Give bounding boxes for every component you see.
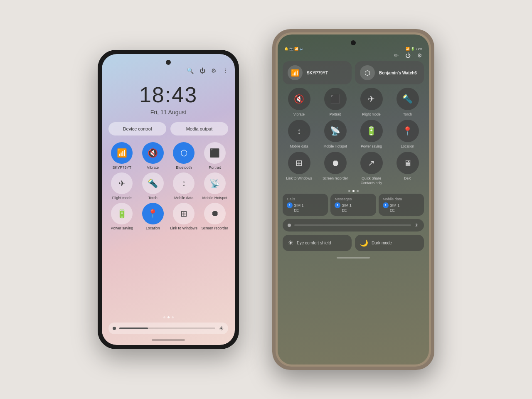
page-dot-3 — [172, 316, 174, 318]
p2-tile-flight[interactable]: ✈ Flight mode — [355, 88, 388, 116]
sim-messages-title: Messages — [335, 197, 372, 201]
wifi-ssid: SKYP79YT — [307, 71, 328, 75]
sim-mobile-data-text: SIM 1 — [390, 203, 400, 207]
brightness-dot — [113, 327, 116, 330]
location-icon: 📍 — [397, 120, 419, 142]
p2-tile-torch-label: Torch — [403, 112, 412, 116]
phone1-tiles-grid: 📶 SKYP79YT 🔇 Vibrate ⬡ Bluetooth ⬛ Portr… — [102, 139, 235, 234]
tile-power-saving[interactable]: 🔋 Power saving — [108, 203, 136, 231]
p2-brightness-bar[interactable]: ☀ — [283, 219, 424, 232]
wifi-icon: 📶 — [111, 142, 133, 164]
eye-comfort-tile[interactable]: ☀ Eye comfort shield — [283, 235, 352, 251]
bluetooth-device: Benjamin's Watch6 — [379, 71, 417, 75]
phone2-status-left: 🔔 📷 📶 🔉 — [284, 47, 304, 51]
phone2-sim-section: Calls 1 SIM 1 EE Messages 1 SIM 1 EE — [278, 194, 429, 219]
brightness-bar[interactable]: ☀ — [108, 323, 228, 334]
phone2-frame: 🔔 📷 📶 🔉 📶 🔋 71% ✏ ⏻ ⚙ 📶 SKYP79YT — [276, 32, 431, 367]
tile-flight[interactable]: ✈ Flight mode — [108, 172, 136, 200]
big-tile-wifi[interactable]: 📶 SKYP79YT — [283, 61, 352, 84]
mobile-data-icon: ↕ — [173, 172, 195, 194]
portrait-icon: ⬛ — [324, 88, 347, 110]
sim-calls-text: SIM 1 — [294, 203, 304, 207]
tile-portrait[interactable]: ⬛ Portrait — [201, 142, 229, 170]
sim-messages[interactable]: Messages 1 SIM 1 EE — [330, 194, 376, 216]
p2-tile-quick-share[interactable]: ↗ Quick Share Contacts only — [355, 152, 388, 185]
p2-tile-portrait[interactable]: ⬛ Portrait — [319, 88, 352, 116]
edit-icon[interactable]: ✏ — [394, 52, 399, 59]
power-icon: ⏻ — [200, 67, 205, 74]
dark-mode-label: Dark mode — [372, 241, 392, 245]
sim-mobile-data[interactable]: Mobile data 1 SIM 1 EE — [379, 194, 424, 216]
sim-calls-badge: 1 — [287, 202, 293, 208]
tile-hotspot[interactable]: 📡 Mobile Hotspot — [201, 172, 229, 200]
phone2-toolbar: ✏ ⏻ ⚙ — [278, 51, 429, 61]
p2-dot-3 — [357, 190, 359, 192]
torch-icon: 🔦 — [142, 172, 164, 194]
p2-page-dots — [278, 188, 429, 194]
p2-tile-vibrate[interactable]: 🔇 Vibrate — [283, 88, 315, 116]
sim-calls[interactable]: Calls 1 SIM 1 EE — [283, 194, 328, 216]
sim-messages-carrier: EE — [335, 208, 372, 212]
quick-share-icon: ↗ — [360, 152, 383, 174]
tile-vibrate[interactable]: 🔇 Vibrate — [139, 142, 167, 170]
settings-icon[interactable]: ⚙ — [417, 52, 422, 59]
tile-hotspot-label: Mobile Hotspot — [202, 196, 227, 200]
tile-torch-label: Torch — [148, 196, 158, 200]
brightness-fill — [119, 328, 148, 329]
wifi-text: SKYP79YT — [307, 71, 328, 75]
phone1-date: Fri, 11 August — [102, 109, 235, 116]
tile-screen-recorder-label: Screen recorder — [201, 226, 228, 231]
screen-recorder-icon: ⏺ — [204, 203, 226, 224]
p2-tile-hotspot[interactable]: 📡 Mobile Hotspot — [319, 120, 352, 148]
flight-icon: ✈ — [111, 172, 133, 194]
tile-link-windows[interactable]: ⊞ Link to Windows — [170, 203, 198, 231]
power-icon[interactable]: ⏻ — [405, 52, 411, 59]
eye-comfort-label: Eye comfort shield — [297, 241, 331, 245]
tile-mobile-data[interactable]: ↕ Mobile data — [170, 172, 198, 200]
link-windows-icon: ⊞ — [288, 152, 310, 174]
tile-wifi[interactable]: 📶 SKYP79YT — [108, 142, 136, 170]
p2-tile-power-saving[interactable]: 🔋 Power saving — [355, 120, 388, 148]
sim-messages-row: 1 SIM 1 — [335, 202, 372, 208]
p2-brightness-track — [294, 224, 411, 226]
big-tile-bluetooth[interactable]: ⬡ Benjamin's Watch6 — [355, 61, 424, 84]
power-saving-icon: 🔋 — [360, 120, 383, 142]
sim-calls-row: 1 SIM 1 — [287, 202, 324, 208]
tile-link-windows-label: Link to Windows — [170, 226, 197, 231]
p2-tile-torch[interactable]: 🔦 Torch — [391, 88, 424, 116]
tile-mobile-data-label: Mobile data — [174, 196, 194, 200]
location-icon: 📍 — [142, 203, 164, 224]
phone2-screen: 🔔 📷 📶 🔉 📶 🔋 71% ✏ ⏻ ⚙ 📶 SKYP79YT — [278, 34, 429, 365]
torch-icon: 🔦 — [397, 88, 419, 110]
p2-tile-screen-recorder[interactable]: ⏺ Screen recorder — [319, 152, 352, 185]
dark-mode-icon: 🌙 — [360, 239, 368, 247]
p2-tile-link-windows-label: Link to Windows — [286, 176, 312, 180]
home-bar — [152, 339, 185, 341]
p2-tile-location[interactable]: 📍 Location — [391, 120, 424, 148]
bluetooth-icon: ⬡ — [173, 142, 195, 164]
more-icon: ⋮ — [222, 67, 228, 74]
phone2-tiles-grid-1: 🔇 Vibrate ⬛ Portrait ✈ Flight mode 🔦 Tor… — [278, 88, 429, 188]
tile-wifi-label: SKYP79YT — [112, 165, 131, 170]
tile-screen-recorder[interactable]: ⏺ Screen recorder — [201, 203, 229, 231]
tile-flight-label: Flight mode — [112, 196, 132, 200]
p2-tile-mobile-data[interactable]: ↕ Mobile data — [283, 120, 315, 148]
tile-torch[interactable]: 🔦 Torch — [139, 172, 167, 200]
tile-bluetooth[interactable]: ⬡ Bluetooth — [170, 142, 198, 170]
p2-tile-screen-recorder-label: Screen recorder — [323, 176, 348, 180]
page-dot-1 — [163, 316, 165, 318]
phone2-camera — [351, 40, 356, 45]
p2-tile-dex[interactable]: 🖥 DeX — [391, 152, 424, 185]
device-control-button[interactable]: Device control — [108, 122, 166, 135]
phone2-status-bar: 🔔 📷 📶 🔉 📶 🔋 71% — [278, 45, 429, 51]
p2-dot-2 — [352, 190, 355, 192]
tile-location[interactable]: 📍 Location — [139, 203, 167, 231]
tile-location-label: Location — [146, 226, 160, 231]
p2-home-bar — [337, 257, 370, 259]
p2-tile-link-windows[interactable]: ⊞ Link to Windows — [283, 152, 315, 185]
media-output-button[interactable]: Media output — [170, 122, 228, 135]
p2-tile-portrait-label: Portrait — [330, 112, 341, 116]
dark-mode-tile[interactable]: 🌙 Dark mode — [355, 235, 424, 251]
screen-recorder-icon: ⏺ — [324, 152, 347, 174]
mobile-data-icon: ↕ — [288, 120, 310, 142]
